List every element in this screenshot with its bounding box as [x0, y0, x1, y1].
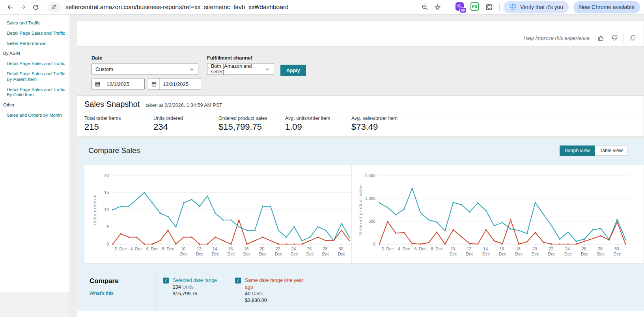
extension-ps-button[interactable]: PS: [470, 2, 480, 12]
data-point[interactable]: [444, 243, 446, 244]
sidebar-item-detail-page-sales-and-traffic-by-child-item[interactable]: Detail Page Sales and Traffic By Child I…: [0, 87, 69, 98]
data-point[interactable]: [349, 237, 350, 238]
data-point[interactable]: [600, 228, 601, 229]
data-point[interactable]: [592, 229, 593, 230]
data-point[interactable]: [183, 237, 184, 238]
graph-view-button[interactable]: Graph view: [560, 145, 595, 156]
data-point[interactable]: [136, 237, 137, 238]
start-date-field[interactable]: [91, 78, 145, 90]
data-point[interactable]: [254, 230, 255, 231]
data-point[interactable]: [617, 222, 618, 223]
data-point[interactable]: [412, 243, 413, 244]
data-point[interactable]: [567, 231, 569, 233]
data-point[interactable]: [246, 243, 247, 244]
sidebar-item-sales-and-traffic[interactable]: Sales and Traffic: [0, 21, 69, 26]
data-point[interactable]: [151, 202, 153, 203]
extensions-menu-button[interactable]: [483, 1, 495, 13]
data-point[interactable]: [625, 239, 626, 240]
reload-button[interactable]: [29, 1, 42, 13]
data-point[interactable]: [262, 237, 263, 238]
data-point[interactable]: [309, 237, 310, 238]
data-point[interactable]: [502, 222, 503, 223]
data-point[interactable]: [395, 232, 396, 233]
data-point[interactable]: [262, 206, 263, 207]
start-date-calendar-button[interactable]: [92, 78, 103, 90]
data-point[interactable]: [379, 202, 380, 203]
data-point[interactable]: [191, 237, 192, 238]
data-point[interactable]: [325, 230, 326, 231]
data-point[interactable]: [494, 240, 495, 241]
thumbs-down-button[interactable]: [610, 34, 618, 42]
data-point[interactable]: [230, 219, 231, 220]
data-point[interactable]: [469, 243, 470, 244]
data-point[interactable]: [494, 225, 495, 226]
data-point[interactable]: [167, 230, 168, 231]
data-point[interactable]: [420, 243, 421, 244]
end-date-input[interactable]: [160, 81, 201, 87]
data-point[interactable]: [543, 214, 544, 215]
data-point[interactable]: [403, 209, 405, 210]
data-point[interactable]: [341, 223, 342, 224]
data-point[interactable]: [270, 240, 271, 241]
thumbs-up-button[interactable]: [597, 34, 605, 42]
data-point[interactable]: [444, 230, 446, 231]
data-point[interactable]: [436, 231, 437, 233]
whats-this-link[interactable]: What's this: [90, 291, 157, 296]
data-point[interactable]: [207, 243, 208, 244]
data-point[interactable]: [293, 226, 295, 227]
data-point[interactable]: [543, 242, 544, 243]
data-point[interactable]: [567, 243, 569, 244]
data-point[interactable]: [387, 221, 388, 222]
data-point[interactable]: [128, 206, 129, 207]
data-point[interactable]: [412, 188, 413, 189]
copy-button[interactable]: [629, 34, 637, 41]
start-date-input[interactable]: [103, 81, 144, 87]
sidebar-item-seller-performance[interactable]: Seller Performance: [0, 41, 69, 47]
data-point[interactable]: [246, 230, 247, 231]
data-point[interactable]: [576, 243, 577, 244]
channel-select[interactable]: Both (Amazon and seller): [207, 63, 274, 75]
zoom-button[interactable]: [419, 1, 431, 13]
data-point[interactable]: [270, 206, 271, 207]
current-range-checkbox[interactable]: ✓: [163, 278, 169, 283]
data-point[interactable]: [485, 229, 487, 230]
sidebar-item-detail-page-sales-and-traffic[interactable]: Detail Page Sales and Traffic: [0, 31, 69, 36]
data-point[interactable]: [485, 210, 487, 211]
back-button[interactable]: [4, 1, 17, 13]
data-point[interactable]: [584, 241, 585, 242]
data-point[interactable]: [469, 211, 470, 213]
site-info-button[interactable]: [47, 2, 61, 12]
data-point[interactable]: [151, 243, 153, 244]
data-point[interactable]: [502, 243, 503, 244]
data-point[interactable]: [526, 233, 528, 234]
data-point[interactable]: [317, 226, 318, 227]
data-point[interactable]: [403, 232, 405, 233]
data-point[interactable]: [286, 243, 287, 244]
data-point[interactable]: [609, 239, 610, 241]
table-view-button[interactable]: Table view: [595, 145, 628, 156]
data-point[interactable]: [453, 202, 454, 203]
data-point[interactable]: [120, 233, 121, 234]
data-point[interactable]: [349, 240, 350, 241]
data-point[interactable]: [461, 236, 462, 237]
data-point[interactable]: [625, 243, 626, 244]
data-point[interactable]: [428, 219, 429, 220]
data-point[interactable]: [510, 219, 511, 220]
data-point[interactable]: [535, 232, 536, 233]
data-point[interactable]: [175, 243, 176, 244]
data-point[interactable]: [191, 199, 192, 200]
data-point[interactable]: [535, 202, 536, 203]
data-point[interactable]: [600, 235, 601, 236]
data-point[interactable]: [453, 229, 454, 230]
data-point[interactable]: [238, 219, 239, 220]
data-point[interactable]: [207, 196, 208, 197]
data-point[interactable]: [199, 243, 200, 244]
data-point[interactable]: [461, 204, 462, 205]
data-point[interactable]: [293, 243, 295, 244]
bookmark-button[interactable]: [431, 1, 444, 13]
date-range-select[interactable]: Custom: [91, 63, 198, 75]
end-date-field[interactable]: [148, 78, 201, 90]
data-point[interactable]: [387, 207, 388, 208]
data-point[interactable]: [526, 241, 528, 242]
sidebar-item-detail-page-sales-and-traffic-by-parent-item[interactable]: Detail Page Sales and Traffic By Parent …: [0, 71, 69, 82]
